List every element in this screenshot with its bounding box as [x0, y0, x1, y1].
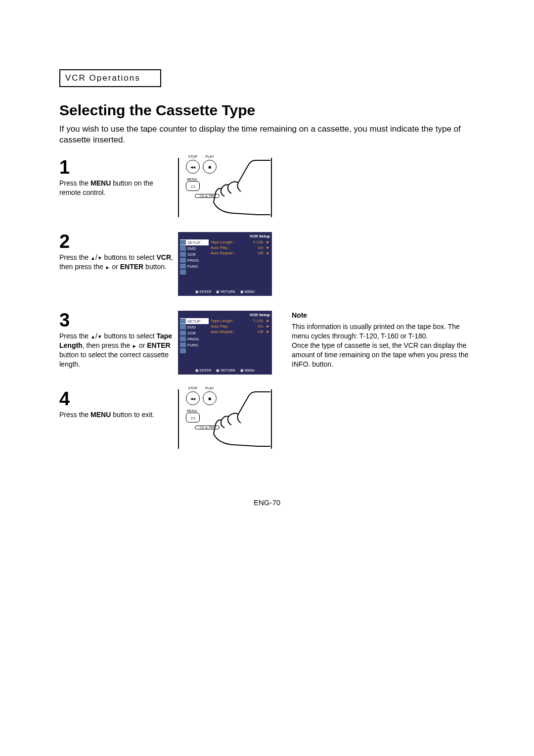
arrow-icon: ► — [266, 330, 270, 334]
note-~text: Once the type of cassette is set, the VC… — [292, 341, 475, 369]
tape-icon — [180, 331, 186, 335]
stop-label: STOP — [186, 386, 200, 390]
remote-figure: STOP ◂◂ PLAY ■ MENU ▭ CH ▲ TRK — [178, 158, 272, 217]
gear-icon — [180, 240, 186, 245]
gear-icon — [180, 319, 186, 324]
right-icon — [105, 263, 110, 271]
manual-page: VCR Operations Selecting the Cassette Ty… — [0, 0, 534, 536]
note-text: This information is usually printed on t… — [292, 322, 475, 341]
step-body: Press the MENU button on the remote cont… — [59, 179, 173, 197]
arrow-icon: ► — [266, 319, 270, 323]
down-icon — [97, 253, 102, 261]
osd-figure: VCR Setup SETUP DVD VCR PROG FUNC Tape L… — [178, 232, 272, 296]
tape-icon — [180, 252, 186, 257]
step-3-row: 3 Press the / buttons to select Tape Len… — [59, 311, 475, 375]
osd-settings: Tape Length :T-120► Auto Play :On► Auto … — [209, 239, 270, 275]
osd-header: VCR Setup — [180, 313, 270, 317]
osd-footer: ENTER RETURN MENU — [180, 369, 270, 373]
func-icon — [180, 342, 186, 347]
right-icon — [132, 341, 137, 349]
arrow-icon: ► — [266, 251, 270, 255]
hand-icon — [204, 389, 273, 451]
up-icon — [90, 253, 95, 261]
step-4: 4 Press the MENU button to exit. STOP ◂◂… — [59, 389, 475, 449]
step-number: 2 — [59, 232, 173, 251]
section-label-text: VCR Operations — [65, 73, 140, 83]
func-icon — [180, 264, 186, 269]
remote-figure: STOP ◂◂ PLAY ■ MENU ▭ CH ▲ TRK — [178, 389, 272, 449]
step-body: Press the MENU button to exit. — [59, 410, 173, 420]
section-label-box: VCR Operations — [59, 69, 161, 87]
section-label: VCR Operations — [65, 73, 140, 83]
step-1: 1 Press the MENU button on the remote co… — [59, 158, 475, 217]
step-number: 3 — [59, 311, 173, 330]
note-title: Note — [292, 311, 475, 320]
up-icon — [90, 332, 95, 340]
osd-menu: SETUP DVD VCR PROG FUNC — [180, 318, 209, 354]
disc-icon — [180, 246, 186, 251]
intro-text: If you wish to use the tape counter to d… — [59, 124, 475, 145]
step-body: Press the / buttons to select VCR, then … — [59, 253, 173, 272]
osd-menu: SETUP DVD VCR PROG FUNC — [180, 239, 209, 275]
hand-icon — [204, 158, 273, 219]
arrow-icon: ► — [266, 245, 270, 250]
clock-icon — [180, 258, 186, 263]
rewind-button-icon: ◂◂ — [186, 160, 200, 174]
step-number: 4 — [59, 389, 173, 408]
step-2: 2 Press the / buttons to select VCR, the… — [59, 232, 475, 296]
stop-label: STOP — [186, 155, 200, 158]
osd-figure: VCR Setup SETUP DVD VCR PROG FUNC Tape L… — [178, 311, 272, 375]
menu-button-icon: ▭ — [186, 181, 200, 191]
osd-header: VCR Setup — [180, 234, 270, 238]
step-body: Press the / buttons to select Tape Lengt… — [59, 331, 173, 369]
page-title: Selecting the Cassette Type — [59, 102, 475, 119]
osd-footer: ENTER RETURN MENU — [180, 290, 270, 294]
down-icon — [97, 332, 102, 340]
blank-icon — [180, 270, 186, 275]
blank-icon — [180, 348, 186, 353]
note-block: Note This information is usually printed… — [292, 311, 475, 369]
page-number: ENG-70 — [59, 498, 475, 507]
arrow-icon: ► — [266, 324, 270, 329]
osd-settings: Tape Length :T-120► Auto Play :On► Auto … — [209, 318, 270, 354]
disc-icon — [180, 325, 186, 330]
menu-button-icon: ▭ — [186, 413, 200, 423]
rewind-button-icon: ◂◂ — [186, 391, 200, 405]
step-number: 1 — [59, 158, 173, 177]
clock-icon — [180, 336, 186, 341]
arrow-icon: ► — [266, 240, 270, 244]
